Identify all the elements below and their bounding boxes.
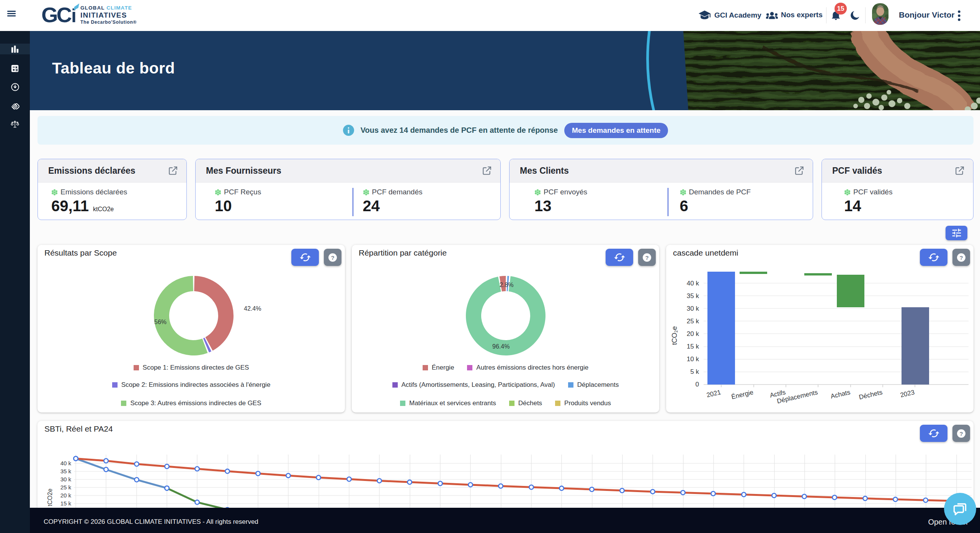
svg-text:15 k: 15 k [687,343,699,350]
svg-text:35 k: 35 k [687,292,699,300]
svg-text:40 k: 40 k [687,280,699,287]
svg-text:INITIATIVES: INITIATIVES [80,11,127,19]
svg-text:Énergie: Énergie [731,388,754,401]
svg-text:5 k: 5 k [690,368,699,375]
svg-text:?: ? [331,254,334,261]
svg-text:0: 0 [696,381,699,388]
svg-text:GLOBAL CLIMATE: GLOBAL CLIMATE [80,5,132,11]
svg-text:25 k: 25 k [60,484,72,491]
svg-text:GC: GC [42,3,72,26]
svg-text:10 k: 10 k [687,355,699,363]
svg-text:40 k: 40 k [60,460,72,466]
svg-text:30 k: 30 k [60,476,72,482]
svg-text:25 k: 25 k [687,318,699,325]
svg-text:tCO₂e: tCO₂e [671,326,678,345]
svg-text:tCO2e: tCO2e [47,489,53,506]
svg-text:Déchets: Déchets [858,388,883,401]
svg-text:2023: 2023 [900,388,915,399]
svg-text:30 k: 30 k [687,305,699,312]
svg-text:15 k: 15 k [60,500,72,507]
svg-text:The Decarbo'Solution®: The Decarbo'Solution® [80,20,137,25]
svg-text:35 k: 35 k [60,468,72,474]
svg-text:Achats: Achats [830,388,851,400]
svg-text:20 k: 20 k [60,492,72,499]
svg-text:20 k: 20 k [687,330,699,337]
svg-text:?: ? [645,254,648,261]
svg-text:2021: 2021 [706,388,722,399]
